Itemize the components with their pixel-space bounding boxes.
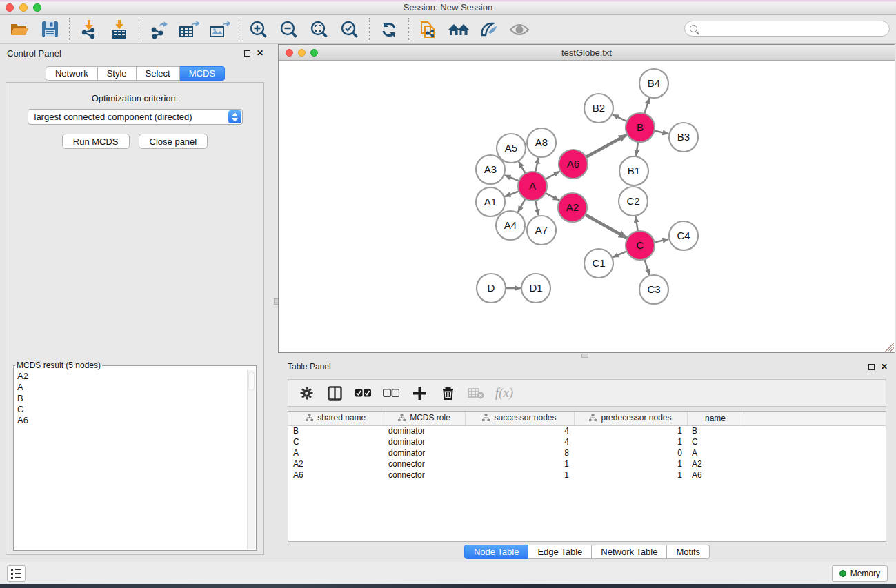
- edge-A-A7[interactable]: [535, 201, 538, 216]
- mcds-result-item[interactable]: B: [14, 393, 247, 404]
- horizontal-splitter-grip[interactable]: [581, 354, 588, 358]
- edge-A2-C[interactable]: [585, 214, 627, 238]
- edge-A-A8[interactable]: [535, 158, 538, 172]
- hide-graphics-details-icon[interactable]: [508, 19, 530, 41]
- tab-network[interactable]: Network: [46, 66, 98, 81]
- node-table[interactable]: shared nameMCDS rolesuccessor nodesprede…: [288, 411, 886, 542]
- search-field[interactable]: [684, 21, 890, 37]
- network-minimize-button[interactable]: [298, 49, 306, 57]
- float-panel-icon[interactable]: [244, 50, 250, 57]
- edge-B-B3[interactable]: [654, 131, 668, 134]
- edge-A-A6[interactable]: [545, 171, 559, 179]
- edge-A-A3[interactable]: [504, 175, 519, 181]
- node-A2[interactable]: A2: [558, 193, 587, 222]
- export-network-icon[interactable]: [148, 19, 170, 41]
- node-A4[interactable]: A4: [496, 211, 525, 240]
- copy-network-icon[interactable]: [417, 19, 439, 41]
- float-table-panel-icon[interactable]: [868, 364, 875, 370]
- column-header-MCDS-role[interactable]: MCDS role: [384, 412, 465, 425]
- node-B4[interactable]: B4: [639, 69, 668, 98]
- delete-table-icon[interactable]: [468, 385, 484, 401]
- node-A1[interactable]: A1: [476, 187, 505, 216]
- node-B[interactable]: B: [626, 113, 655, 142]
- zoom-in-icon[interactable]: [248, 19, 270, 41]
- mcds-result-item[interactable]: C: [14, 404, 247, 415]
- search-input[interactable]: [700, 24, 889, 34]
- edge-C-C1[interactable]: [613, 251, 627, 257]
- run-mcds-button[interactable]: Run MCDS: [62, 134, 130, 149]
- node-C2[interactable]: C2: [619, 187, 648, 216]
- node-A3[interactable]: A3: [476, 155, 505, 184]
- import-network-icon[interactable]: [78, 19, 100, 41]
- table-row[interactable]: A6connector11A6: [288, 469, 886, 480]
- deselect-all-icon[interactable]: [383, 385, 399, 401]
- mcds-result-list[interactable]: A2ABCA6: [14, 370, 247, 549]
- node-C[interactable]: C: [626, 231, 655, 260]
- node-A8[interactable]: A8: [527, 128, 556, 157]
- open-file-icon[interactable]: [8, 19, 30, 41]
- column-header-name[interactable]: name: [687, 412, 744, 425]
- save-session-icon[interactable]: [39, 19, 61, 41]
- zoom-out-icon[interactable]: [278, 19, 300, 41]
- zoom-fit-icon[interactable]: [308, 19, 330, 41]
- task-history-button[interactable]: [7, 565, 26, 582]
- column-header-successor-nodes[interactable]: successor nodes: [465, 412, 574, 425]
- table-options-icon[interactable]: [298, 385, 315, 401]
- close-panel-icon[interactable]: ✕: [257, 50, 263, 57]
- refresh-icon[interactable]: [378, 19, 400, 41]
- tab-select[interactable]: Select: [137, 66, 180, 81]
- tab-style[interactable]: Style: [98, 66, 137, 81]
- close-table-panel-icon[interactable]: ✕: [881, 364, 888, 370]
- add-column-icon[interactable]: [411, 385, 428, 401]
- node-B1[interactable]: B1: [619, 156, 648, 185]
- edge-B-B1[interactable]: [636, 142, 638, 156]
- tab-mcds[interactable]: MCDS: [180, 66, 225, 81]
- network-window-titlebar[interactable]: testGlobe.txt: [279, 45, 895, 61]
- column-header-predecessor-nodes[interactable]: predecessor nodes: [574, 412, 687, 425]
- edge-C-C3[interactable]: [644, 259, 649, 275]
- network-canvas[interactable]: B4B2BB3A8A5A6A3B1AA1C2A2A4A7C4CC1C3DD1: [279, 61, 894, 352]
- window-resize-grip[interactable]: [885, 343, 894, 352]
- table-row[interactable]: Cdominator41C: [288, 436, 886, 447]
- node-C4[interactable]: C4: [669, 221, 698, 250]
- delete-columns-icon[interactable]: [439, 385, 456, 401]
- function-builder-icon[interactable]: f(x): [496, 385, 512, 401]
- edge-C-C4[interactable]: [654, 239, 668, 243]
- show-graphics-details-icon[interactable]: [478, 19, 500, 41]
- network-close-button[interactable]: [286, 49, 293, 57]
- table-tab-edge-table[interactable]: Edge Table: [528, 545, 592, 559]
- edge-A-A1[interactable]: [505, 191, 519, 196]
- table-tab-node-table[interactable]: Node Table: [464, 545, 529, 559]
- panel-mode-icon[interactable]: [326, 385, 343, 401]
- select-all-icon[interactable]: [355, 385, 371, 401]
- network-zoom-button[interactable]: [310, 49, 318, 57]
- table-tab-motifs[interactable]: Motifs: [667, 545, 710, 559]
- edge-B-B2[interactable]: [613, 114, 627, 121]
- node-C3[interactable]: C3: [639, 275, 668, 304]
- import-table-icon[interactable]: [108, 19, 130, 41]
- edge-A6-B[interactable]: [586, 135, 626, 157]
- table-row[interactable]: Adominator80A: [288, 447, 886, 458]
- table-row[interactable]: Bdominator41B: [288, 425, 886, 436]
- home-layout-icon[interactable]: [448, 19, 470, 41]
- edge-A-A4[interactable]: [518, 199, 526, 212]
- edge-C-C2[interactable]: [635, 216, 637, 232]
- mcds-list-scrollbar[interactable]: [247, 370, 255, 549]
- network-graph[interactable]: B4B2BB3A8A5A6A3B1AA1C2A2A4A7C4CC1C3DD1: [279, 61, 894, 352]
- node-B2[interactable]: B2: [584, 94, 613, 123]
- zoom-selected-icon[interactable]: [339, 19, 361, 41]
- node-B3[interactable]: B3: [669, 123, 698, 152]
- node-C1[interactable]: C1: [584, 249, 613, 278]
- edge-B-B4[interactable]: [644, 98, 649, 114]
- node-D1[interactable]: D1: [521, 274, 550, 303]
- table-tab-network-table[interactable]: Network Table: [592, 545, 667, 559]
- column-header-shared-name[interactable]: shared name: [288, 412, 384, 425]
- edge-A-A2[interactable]: [546, 193, 559, 201]
- export-image-icon[interactable]: [208, 19, 230, 41]
- mcds-result-item[interactable]: A: [14, 382, 247, 393]
- node-A5[interactable]: A5: [497, 134, 526, 163]
- close-panel-button[interactable]: Close panel: [139, 134, 208, 149]
- edge-A-A5[interactable]: [519, 161, 526, 174]
- node-A[interactable]: A: [518, 172, 547, 201]
- mcds-result-item[interactable]: A6: [14, 415, 247, 426]
